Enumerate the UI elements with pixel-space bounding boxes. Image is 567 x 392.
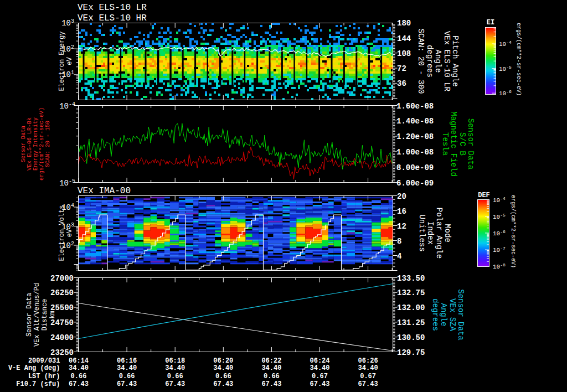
svg-text:ergs/(cm**2-sr-sec-eV): ergs/(cm**2-sr-sec-eV) <box>516 23 522 96</box>
svg-text:2009/031: 2009/031 <box>28 357 60 365</box>
svg-text:0.66: 0.66 <box>119 373 135 380</box>
svg-text:6.00e-09: 6.00e-09 <box>396 179 434 188</box>
svg-text:VEx ELS-10 HR: VEx ELS-10 HR <box>78 13 147 23</box>
svg-text:0.66: 0.66 <box>264 373 280 380</box>
svg-text:1.20e-08: 1.20e-08 <box>396 132 434 141</box>
svg-text:23250: 23250 <box>50 348 74 357</box>
svg-text:1.00e-08: 1.00e-08 <box>396 148 434 157</box>
svg-text:06:14: 06:14 <box>69 357 89 365</box>
svg-text:132.00: 132.00 <box>397 303 425 312</box>
svg-text:108: 108 <box>397 49 411 58</box>
svg-text:67.43: 67.43 <box>117 380 137 388</box>
svg-text:VEx ELS-10 LR: VEx ELS-10 LR <box>78 3 147 13</box>
svg-text:34.40: 34.40 <box>69 364 89 372</box>
svg-text:67.43: 67.43 <box>213 380 233 388</box>
svg-text:F10.7 (sfu): F10.7 (sfu) <box>16 380 60 388</box>
svg-text:72: 72 <box>397 64 406 73</box>
svg-text:132.75: 132.75 <box>397 288 425 297</box>
svg-text:180: 180 <box>397 19 411 28</box>
svg-text:ergs/(cm**2-sr-sec-eV): ergs/(cm**2-sr-sec-eV) <box>510 195 516 268</box>
svg-text:133.50: 133.50 <box>397 274 425 283</box>
svg-text:VEx IMA-00: VEx IMA-00 <box>78 186 131 196</box>
svg-text:1.40e-08: 1.40e-08 <box>396 117 434 126</box>
svg-text:0.66: 0.66 <box>215 373 231 380</box>
svg-text:06:16: 06:16 <box>117 357 137 365</box>
svg-text:DEF: DEF <box>478 192 490 199</box>
svg-text:0.67: 0.67 <box>360 373 376 380</box>
svg-text:20: 20 <box>397 192 406 201</box>
svg-text:131.25: 131.25 <box>397 318 425 327</box>
svg-text:34.40: 34.40 <box>165 364 185 372</box>
svg-text:67.43: 67.43 <box>69 380 89 388</box>
svg-text:34.40: 34.40 <box>261 364 281 372</box>
svg-text:24750: 24750 <box>50 318 74 327</box>
svg-text:4: 4 <box>397 252 401 261</box>
svg-text:67.43: 67.43 <box>358 380 378 388</box>
svg-text:16: 16 <box>397 207 406 216</box>
svg-text:67.43: 67.43 <box>261 380 281 388</box>
svg-text:06:22: 06:22 <box>261 357 281 365</box>
svg-text:06:26: 06:26 <box>358 357 378 365</box>
svg-text:67.43: 67.43 <box>310 380 329 388</box>
svg-text:34.40: 34.40 <box>358 364 378 372</box>
svg-text:0.67: 0.67 <box>312 373 328 380</box>
svg-text:129.75: 129.75 <box>397 348 425 357</box>
svg-text:1.60e-08: 1.60e-08 <box>396 102 434 111</box>
svg-text:130.50: 130.50 <box>397 333 425 342</box>
svg-text:34.40: 34.40 <box>310 364 329 372</box>
svg-text:34.40: 34.40 <box>213 364 233 372</box>
svg-text:12: 12 <box>397 222 406 231</box>
svg-text:8.00e-09: 8.00e-09 <box>396 163 434 172</box>
svg-text:06:24: 06:24 <box>310 357 329 365</box>
svg-text:8: 8 <box>397 237 401 246</box>
svg-text:0.66: 0.66 <box>167 373 183 380</box>
svg-text:0.66: 0.66 <box>71 373 87 380</box>
svg-text:67.43: 67.43 <box>165 380 185 388</box>
svg-text:06:18: 06:18 <box>165 357 185 365</box>
svg-text:34.40: 34.40 <box>117 364 137 372</box>
svg-text:EI: EI <box>487 19 494 27</box>
svg-text:27000: 27000 <box>50 274 74 283</box>
svg-text:24000: 24000 <box>50 333 74 342</box>
svg-text:LST (hr): LST (hr) <box>28 373 60 380</box>
svg-text:26250: 26250 <box>50 288 74 297</box>
svg-text:36: 36 <box>397 79 406 88</box>
svg-text:V-E Ang (deg): V-E Ang (deg) <box>8 364 60 372</box>
svg-text:06:20: 06:20 <box>213 357 233 365</box>
svg-text:144: 144 <box>397 34 411 43</box>
